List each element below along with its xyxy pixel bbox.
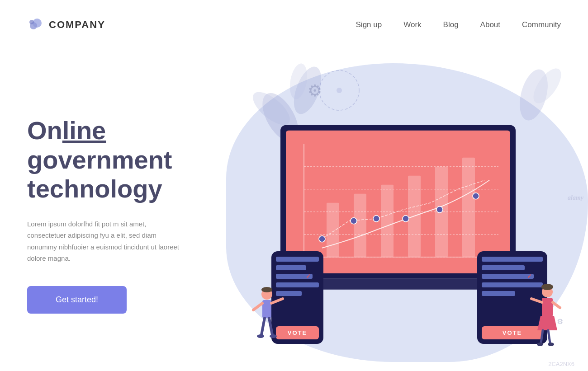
header: COMPANY Sign up Work Blog About Communit…	[0, 0, 588, 50]
nav-about[interactable]: About	[480, 20, 500, 29]
svg-point-37	[270, 334, 277, 338]
title-line1: Online	[27, 116, 106, 145]
person-left	[249, 283, 285, 346]
svg-point-38	[261, 287, 272, 292]
svg-marker-43	[537, 316, 557, 330]
get-started-button[interactable]: Get started!	[27, 286, 127, 314]
tablet-line-2	[482, 265, 525, 270]
svg-point-46	[537, 343, 543, 346]
tablet-line-checked: ✓	[482, 274, 534, 279]
person-right	[525, 281, 565, 348]
svg-point-47	[548, 343, 554, 346]
svg-point-28	[436, 206, 443, 212]
svg-point-36	[257, 334, 264, 338]
svg-rect-23	[462, 157, 475, 257]
phone-line-2	[276, 265, 306, 270]
nav-signup[interactable]: Sign up	[356, 20, 382, 29]
phone-line-checked: ✓	[276, 274, 313, 279]
svg-rect-20	[381, 184, 394, 257]
svg-point-26	[373, 215, 379, 221]
svg-line-35	[269, 318, 272, 335]
logo-text: COMPANY	[49, 19, 105, 31]
main-content: Online government technology Lorem ipsum…	[0, 50, 588, 371]
svg-line-34	[261, 318, 265, 335]
svg-point-27	[403, 215, 409, 221]
title-line2: government	[27, 146, 172, 174]
svg-rect-40	[542, 298, 553, 317]
svg-point-2	[29, 20, 34, 24]
svg-point-25	[351, 217, 357, 224]
svg-line-33	[271, 299, 283, 303]
title-line3: technology	[27, 174, 162, 203]
svg-rect-19	[354, 193, 366, 257]
watermark: alamy	[568, 194, 583, 202]
svg-point-10	[337, 88, 342, 93]
svg-line-45	[548, 330, 550, 343]
main-title: Online government technology	[27, 116, 217, 203]
svg-rect-31	[262, 300, 271, 318]
nav-community[interactable]: Community	[522, 20, 561, 29]
nav: Sign up Work Blog About Community	[356, 20, 561, 29]
svg-line-32	[253, 303, 262, 310]
nav-work[interactable]: Work	[403, 20, 421, 29]
logo-area: COMPANY	[27, 17, 105, 33]
stock-code: 2CA2NX6	[548, 361, 574, 367]
right-panel: ⚙ ⚙ ⚙ ⚙	[217, 50, 588, 371]
svg-point-29	[473, 193, 479, 199]
svg-rect-18	[327, 202, 339, 257]
left-panel: Online government technology Lorem ipsum…	[27, 50, 217, 371]
svg-line-41	[531, 299, 542, 302]
logo-icon	[27, 17, 43, 33]
tablet-line-4	[482, 291, 515, 296]
svg-point-24	[319, 235, 325, 242]
svg-line-44	[541, 330, 543, 343]
dashed-circle	[317, 68, 362, 113]
svg-line-42	[553, 302, 560, 308]
tablet-line-1	[482, 257, 543, 262]
hero-description: Lorem ipsum dolorfhd fit pot m sit amet,…	[27, 218, 181, 264]
phone-line-1	[276, 257, 319, 262]
svg-point-48	[541, 284, 553, 290]
nav-blog[interactable]: Blog	[443, 20, 459, 29]
